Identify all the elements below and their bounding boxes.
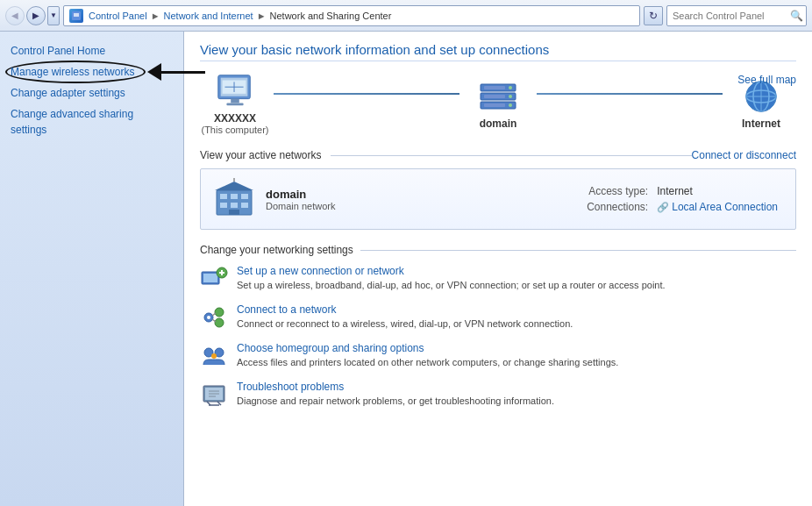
svg-marker-32 <box>215 182 253 190</box>
svg-rect-31 <box>229 210 239 215</box>
svg-point-44 <box>207 316 210 319</box>
sidebar-item-change-adapter[interactable]: Change adapter settings <box>0 82 183 103</box>
setting-item-connect: Connect to a network Connect or reconnec… <box>200 303 796 331</box>
net-label-computer: XXXXXX <box>214 112 256 125</box>
svg-point-14 <box>509 103 512 107</box>
homegroup-desc: Access files and printers located on oth… <box>237 357 618 367</box>
svg-rect-25 <box>220 194 227 199</box>
sidebar-item-control-panel-home[interactable]: Control Panel Home <box>0 40 183 61</box>
active-networks-divider <box>331 155 692 156</box>
homegroup-title[interactable]: Choose homegroup and sharing options <box>237 342 796 354</box>
svg-rect-1 <box>74 13 79 17</box>
svg-rect-28 <box>220 203 227 208</box>
homegroup-text: Choose homegroup and sharing options Acc… <box>237 342 796 369</box>
svg-rect-30 <box>241 203 248 208</box>
troubleshoot-text: Troubleshoot problems Diagnose and repai… <box>237 381 796 408</box>
svg-rect-15 <box>484 86 505 89</box>
breadcrumb-sep-1: ► <box>151 11 160 21</box>
breadcrumb-sep-2: ► <box>257 11 267 21</box>
page-title: View your basic network information and … <box>200 42 796 61</box>
active-networks-label: View your active networks <box>200 149 322 161</box>
net-label-internet: Internet <box>742 118 780 130</box>
computer-icon <box>214 74 256 109</box>
setup-connection-desc: Set up a wireless, broadband, dial-up, a… <box>237 280 666 290</box>
networking-settings-header: Change your networking settings <box>200 244 796 256</box>
forward-button[interactable]: ▶ <box>26 6 46 25</box>
connect-network-desc: Connect or reconnect to a wireless, wire… <box>237 318 573 329</box>
setting-item-setup: Set up a new connection or network Set u… <box>200 265 796 293</box>
access-type-label: Access type: <box>583 184 652 198</box>
svg-point-41 <box>215 318 224 327</box>
see-full-map-link[interactable]: See full map <box>737 74 796 86</box>
breadcrumb-bar: Control Panel ► Network and Internet ► N… <box>63 5 640 26</box>
svg-point-12 <box>509 86 512 89</box>
connect-network-text: Connect to a network Connect or reconnec… <box>237 303 796 331</box>
search-input[interactable] <box>666 5 807 26</box>
connections-label: Connections: <box>583 200 652 214</box>
svg-point-13 <box>509 95 512 98</box>
setup-connection-title[interactable]: Set up a new connection or network <box>237 265 796 277</box>
net-line-2 <box>537 93 723 95</box>
net-node-domain: domain <box>463 79 533 130</box>
active-network-icon <box>213 178 255 220</box>
svg-rect-29 <box>231 203 238 208</box>
settings-divider <box>360 250 796 251</box>
network-info-left: domain Domain network <box>266 188 581 211</box>
net-node-internet: Internet <box>726 79 796 130</box>
breadcrumb-network-internet[interactable]: Network and Internet <box>164 11 253 21</box>
setup-connection-text: Set up a new connection or network Set u… <box>237 265 796 292</box>
back-button[interactable]: ◀ <box>5 6 25 25</box>
troubleshoot-icon <box>200 381 228 409</box>
sidebar: Control Panel Home Manage wireless netwo… <box>0 32 184 506</box>
nav-buttons: ◀ ▶ ▼ <box>5 6 60 25</box>
svg-point-40 <box>215 308 224 317</box>
setting-item-troubleshoot: Troubleshoot problems Diagnose and repai… <box>200 381 796 409</box>
connection-icon: 🔗 <box>657 202 672 212</box>
access-type-value: Internet <box>653 184 781 198</box>
troubleshoot-desc: Diagnose and repair network problems, or… <box>237 396 554 406</box>
connect-network-title[interactable]: Connect to a network <box>237 303 796 316</box>
connect-network-icon <box>200 303 228 331</box>
refresh-button[interactable]: ↻ <box>644 6 663 25</box>
troubleshoot-title[interactable]: Troubleshoot problems <box>237 381 796 393</box>
address-bar: ◀ ▶ ▼ Control Panel ► Network and Intern… <box>0 0 812 32</box>
breadcrumb-icon <box>69 9 83 23</box>
svg-rect-5 <box>226 103 243 105</box>
net-label-domain: domain <box>480 118 517 130</box>
search-icon[interactable]: 🔍 <box>787 7 805 25</box>
net-line-1 <box>274 93 459 95</box>
arrow-line <box>161 71 205 74</box>
main-layout: Control Panel Home Manage wireless netwo… <box>0 32 812 506</box>
network-name: domain <box>266 188 581 201</box>
network-info-right: Access type: Internet Connections: 🔗 Loc… <box>581 182 783 216</box>
active-network-card: domain Domain network Access type: Inter… <box>200 168 796 230</box>
arrow-head <box>147 63 161 81</box>
connections-value[interactable]: Local Area Connection <box>672 201 778 213</box>
svg-rect-16 <box>484 95 505 98</box>
homegroup-icon <box>200 342 228 370</box>
connect-disconnect-link[interactable]: Connect or disconnect <box>692 149 796 161</box>
arrow-annotation <box>149 63 205 81</box>
svg-rect-4 <box>231 99 239 103</box>
networking-settings-label: Change your networking settings <box>200 244 353 256</box>
content-area: View your basic network information and … <box>184 32 812 506</box>
network-diagram: XXXXXX (This computer) <box>200 74 796 135</box>
network-type: Domain network <box>266 201 581 211</box>
breadcrumb-control-panel[interactable]: Control Panel <box>89 11 147 21</box>
nav-dropdown-button[interactable]: ▼ <box>47 6 60 25</box>
svg-rect-27 <box>241 194 248 199</box>
setup-connection-icon <box>200 265 228 293</box>
svg-point-47 <box>211 353 217 359</box>
svg-rect-17 <box>484 103 505 107</box>
sidebar-item-change-advanced[interactable]: Change advanced sharing settings <box>0 103 183 140</box>
search-container: 🔍 <box>666 5 807 26</box>
net-sublabel-computer: (This computer) <box>201 125 268 135</box>
svg-rect-26 <box>231 194 238 199</box>
net-node-computer: XXXXXX (This computer) <box>200 74 270 135</box>
sidebar-item-manage-wireless[interactable]: Manage wireless networks <box>11 66 134 78</box>
breadcrumb-current: Network and Sharing Center <box>270 11 392 21</box>
active-networks-header: View your active networks Connect or dis… <box>200 149 796 161</box>
domain-icon <box>477 79 519 114</box>
setting-item-homegroup: Choose homegroup and sharing options Acc… <box>200 342 796 370</box>
svg-rect-35 <box>203 274 217 282</box>
